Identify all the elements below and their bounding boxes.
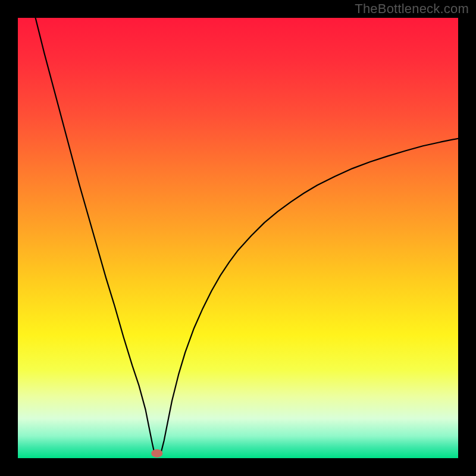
chart-frame: TheBottleneck.com — [0, 0, 476, 476]
watermark-text: TheBottleneck.com — [355, 1, 469, 17]
gradient-background — [18, 18, 458, 458]
minimum-marker — [151, 449, 162, 458]
plot-area — [18, 18, 458, 458]
chart-svg — [18, 18, 458, 458]
